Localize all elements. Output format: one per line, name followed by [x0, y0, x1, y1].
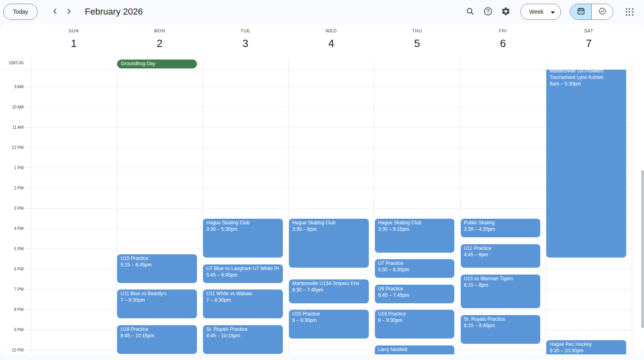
hour-tick — [25, 127, 31, 128]
event-time: 8 – 9:30pm — [378, 317, 451, 324]
hour-label: 2 PM — [0, 186, 24, 190]
help-icon: ? — [483, 6, 493, 17]
event-u15-practice[interactable]: U15 Practice8 – 9:30pm — [289, 310, 369, 339]
next-week-button[interactable] — [63, 6, 75, 18]
event-hague-skating-club[interactable]: Hague Skating Club3:30 – 5:30pm — [203, 219, 283, 258]
date-number[interactable]: 6 — [460, 37, 546, 50]
event-time: 5:45 – 6:45pm — [206, 272, 280, 278]
event-title: Hague Skating Club — [292, 219, 366, 226]
date-number[interactable]: 1 — [31, 37, 117, 50]
event-u7-practice[interactable]: U7 Practice5:30 – 6:30pm — [375, 259, 455, 278]
event-title: Sr. Royals Practice — [206, 326, 280, 332]
event-title: U9 Practice — [378, 285, 451, 292]
day-header-wed[interactable]: WED4 — [288, 23, 374, 59]
day-header-sat[interactable]: SAT7 — [546, 23, 632, 59]
hour-line — [31, 168, 632, 168]
event-public-skating[interactable]: Public Skating3:30 – 4:30pm — [461, 219, 541, 237]
chevron-down-icon — [551, 9, 555, 15]
hour-tick — [25, 188, 31, 188]
event-u18-practice[interactable]: U18 Practice8:45 – 10:15pm — [117, 325, 197, 354]
event-time: 3:30 – 6pm — [292, 226, 366, 232]
top-bar: Today February 2026 ? — [0, 0, 644, 23]
event-u13-vs-warman-tigers[interactable]: U13 vs Warman Tigers6:15 – 8pm — [461, 275, 541, 309]
hour-label: 6 PM — [0, 267, 24, 271]
hour-label: 5 PM — [0, 247, 24, 251]
weekday-label: FRI — [460, 28, 546, 33]
date-number[interactable]: 5 — [374, 37, 460, 50]
day-header-fri[interactable]: FRI6 — [460, 23, 546, 59]
hour-line — [31, 188, 632, 188]
hour-label: 11 AM — [0, 125, 24, 130]
event-title: Hague Skating Club — [206, 219, 280, 226]
event-time: 4:45 – 6pm — [464, 251, 537, 258]
hour-tick — [25, 168, 31, 168]
event-time: 6:30 – 7:45pm — [292, 287, 366, 293]
event-martensville-u13a-snipers-erin[interactable]: Martensville U13A Snipers Erin6:30 – 7:4… — [289, 279, 369, 303]
event-title: U18 Practice — [378, 311, 451, 317]
day-header-mon[interactable]: MON2 — [117, 23, 203, 59]
event-title: U11 Blue vs Beardy's — [120, 290, 194, 297]
event-hague-skating-club[interactable]: Hague Skating Club3:30 – 6pm — [289, 219, 369, 268]
event-title: U7 Blue vs Langham U7 White Pr — [206, 265, 280, 272]
tasks-icon — [598, 7, 607, 17]
date-number[interactable]: 3 — [203, 37, 289, 50]
event-title: U11 White vs Wakaw — [206, 290, 280, 297]
event-title: U15 Practice — [120, 255, 194, 262]
hour-line — [31, 87, 632, 87]
hour-label: 4 PM — [0, 226, 24, 231]
hour-tick — [25, 249, 31, 249]
event-time: 6:45 – 7:45pm — [378, 292, 451, 298]
event-martensville-u9-prowlers-tournament-lynn-kohlen[interactable]: Martensville U9 Prowlers Tournament Lynn… — [546, 70, 626, 258]
view-selector-label: Week — [529, 9, 543, 15]
day-header-thu[interactable]: THU5 — [374, 23, 460, 59]
hour-tick — [25, 289, 31, 290]
event-hague-skating-club[interactable]: Hague Skating Club3:30 – 5:15pm — [375, 219, 455, 253]
settings-button[interactable] — [497, 3, 515, 21]
event-time: 5:30 – 6:30pm — [378, 266, 451, 273]
event-sr-royals-practice[interactable]: Sr. Royals Practice8:15 – 9:45pm — [461, 315, 541, 344]
day-header-tue[interactable]: TUE3 — [203, 23, 289, 59]
event-u11-practice[interactable]: U11 Practice4:45 – 6pm — [461, 244, 541, 268]
event-u9-practice[interactable]: U9 Practice6:45 – 7:45pm — [375, 285, 455, 303]
previous-week-button[interactable] — [49, 6, 61, 18]
event-u15-practice[interactable]: U15 Practice5:15 – 6:45pm — [117, 254, 197, 283]
help-button[interactable]: ? — [479, 3, 497, 21]
date-number[interactable]: 2 — [117, 37, 203, 50]
hour-line — [31, 107, 632, 107]
event-u18-practice[interactable]: U18 Practice8 – 9:30pm — [375, 310, 455, 339]
tasks-view-toggle[interactable] — [592, 4, 613, 19]
date-number[interactable]: 7 — [546, 37, 632, 50]
event-time: 6:15 – 8pm — [464, 282, 537, 288]
all-day-event[interactable]: Groundhog Day — [117, 60, 197, 68]
search-icon — [465, 6, 475, 17]
event-hague-rec-hockey[interactable]: Hague Rec Hockey9:30 – 10:30pm — [546, 340, 626, 354]
event-title: Hague Skating Club — [378, 219, 451, 226]
event-sr-royals-practice[interactable]: Sr. Royals Practice8:45 – 10:15pm — [203, 325, 283, 354]
event-title: Larry Neufeld — [378, 346, 451, 353]
weekday-label: SAT — [546, 28, 632, 33]
search-button[interactable] — [461, 3, 479, 21]
today-button[interactable]: Today — [3, 4, 38, 20]
calendar-view-toggle[interactable] — [570, 4, 591, 19]
date-number[interactable]: 4 — [288, 37, 374, 50]
settings-icon — [501, 6, 511, 17]
vertical-scrollbar[interactable] — [641, 170, 644, 328]
hour-line — [31, 208, 632, 209]
week-time-grid[interactable]: 9 AM10 AM11 AM12 PM1 PM2 PM3 PM4 PM5 PM6… — [0, 70, 641, 354]
day-header-sun[interactable]: SUN1 — [31, 23, 117, 59]
weekday-label: MON — [117, 28, 203, 33]
event-title: U18 Practice — [120, 326, 194, 332]
calendar-view-icon — [577, 7, 585, 17]
event-time: 8 – 9:30pm — [292, 317, 366, 324]
event-title: Hague Rec Hockey — [550, 341, 623, 347]
event-larry-neufeld[interactable]: Larry Neufeld — [375, 345, 455, 355]
google-apps-button[interactable] — [620, 3, 638, 21]
event-title: U15 Practice — [292, 311, 366, 317]
view-selector-dropdown[interactable]: Week — [520, 4, 561, 20]
event-u7-blue-vs-langham-u7-white-pr[interactable]: U7 Blue vs Langham U7 White Pr5:45 – 6:4… — [203, 264, 283, 283]
event-title: U13 vs Warman Tigers — [464, 275, 537, 282]
event-u11-white-vs-wakaw[interactable]: U11 White vs Wakaw7 – 8:30pm — [203, 290, 283, 318]
event-title: Public Skating — [464, 219, 537, 226]
prev-chevron-icon — [51, 7, 60, 17]
event-u11-blue-vs-beardy-s[interactable]: U11 Blue vs Beardy's7 – 8:30pm — [117, 290, 197, 318]
